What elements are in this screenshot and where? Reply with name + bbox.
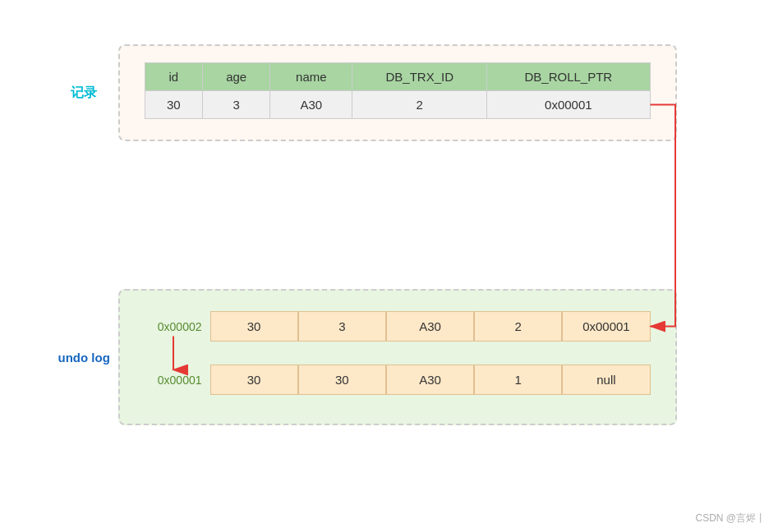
table-data-row: 30 3 A30 2 0x00001 [145,91,650,119]
undo-row-2: 0x00001 30 30 A30 1 null [145,365,651,395]
undo-cell-1-0: 30 [210,311,298,342]
undo-cell-2-0: 30 [210,365,298,395]
undo-cell-2-2: A30 [386,365,474,395]
col-header-age: age [202,63,269,91]
col-header-trxid: DB_TRX_ID [352,63,487,91]
main-container: 记录 id age name DB_TRX_ID DB_ROLL_PTR 30 … [0,0,778,532]
col-header-rollptr: DB_ROLL_PTR [487,63,650,91]
record-section: 记录 id age name DB_TRX_ID DB_ROLL_PTR 30 … [118,44,677,141]
record-label: 记录 [71,85,97,102]
table-header-row: id age name DB_TRX_ID DB_ROLL_PTR [145,63,650,91]
undo-cell-1-2: A30 [386,311,474,342]
undolog-label: undo log [58,351,110,365]
cell-id: 30 [145,91,202,119]
col-header-name: name [270,63,352,91]
undo-cell-2-1: 30 [298,365,386,395]
cell-name: A30 [270,91,352,119]
undolog-section: undo log 0x00002 30 3 A30 2 0x00001 0x00… [118,289,677,425]
cell-age: 3 [202,91,269,119]
undo-addr-1: 0x00002 [145,320,202,333]
cell-trxid: 2 [352,91,487,119]
undo-cells-2: 30 30 A30 1 null [210,365,651,395]
undo-cell-2-3: 1 [474,365,562,395]
cell-rollptr: 0x00001 [487,91,650,119]
undo-cell-1-3: 2 [474,311,562,342]
col-header-id: id [145,63,202,91]
diagram-area: 记录 id age name DB_TRX_ID DB_ROLL_PTR 30 … [53,28,726,504]
record-table: id age name DB_TRX_ID DB_ROLL_PTR 30 3 A… [145,62,651,119]
undo-addr-2: 0x00001 [145,374,202,387]
watermark: CSDN @言烬丨 [695,511,766,525]
undo-cells-1: 30 3 A30 2 0x00001 [210,311,651,342]
undo-row-1: 0x00002 30 3 A30 2 0x00001 [145,311,651,342]
undo-cell-1-1: 3 [298,311,386,342]
undo-cell-1-4: 0x00001 [562,311,650,342]
undo-cell-2-4: null [562,365,650,395]
